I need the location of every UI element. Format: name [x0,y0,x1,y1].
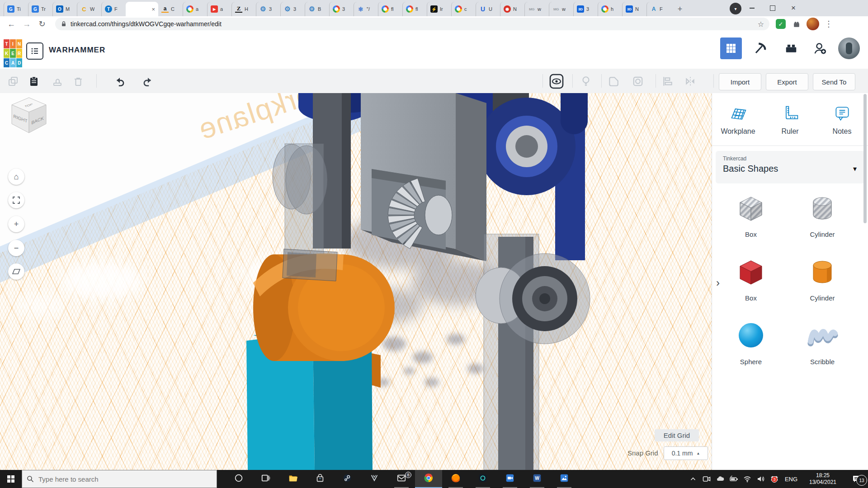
3d-viewport[interactable]: Workplane [0,93,712,470]
browser-tab-12[interactable]: ⚙B [305,2,329,16]
forward-button[interactable]: → [19,18,34,30]
shape-card-hole-box[interactable]: Box [715,191,787,238]
zoom-in-button[interactable]: + [8,216,24,232]
minecraft-button[interactable] [750,38,771,59]
maximize-button[interactable] [762,0,783,16]
export-button[interactable]: Export [766,73,808,90]
design-menu-button[interactable] [26,42,43,60]
shape-card-hole-cylinder[interactable]: Cylinder [787,191,858,238]
browser-tab-16[interactable]: fl [402,2,427,16]
tray-volume-icon[interactable] [754,470,768,488]
browser-tab-9[interactable]: ZH [231,2,256,16]
close-button[interactable]: × [783,0,804,16]
tray-onedrive-icon[interactable] [713,470,727,488]
show-all-button[interactable] [548,75,565,88]
browser-tab-25[interactable]: 3DN [622,2,646,16]
invite-people-button[interactable] [809,38,831,59]
align-button[interactable] [661,75,675,88]
zoom-out-button[interactable]: − [8,240,24,256]
mirror-button[interactable] [684,75,697,88]
tab-close-icon[interactable]: × [151,6,155,13]
bookmark-star-icon[interactable]: ☆ [758,20,764,28]
taskbar-clock[interactable]: 18:25 13/04/2021 [801,472,844,486]
browser-tab-17[interactable]: ⚡Ir [427,2,451,16]
browser-tab-4[interactable]: TF [101,2,126,16]
browser-tab-22[interactable]: MGw [549,2,573,16]
taskbar-app-store[interactable] [307,470,334,488]
language-indicator[interactable]: ENG [781,476,801,483]
tray-wifi-icon[interactable] [741,470,754,488]
address-bar[interactable]: tinkercad.com/things/dtkWOGVCgqe-warhamm… [55,18,769,30]
browser-tab-3[interactable]: CW [77,2,101,16]
browser-tab-10[interactable]: ⚙3 [256,2,280,16]
3d-model-scene[interactable] [0,93,712,470]
start-button[interactable] [0,470,22,488]
edit-grid-button[interactable]: Edit Grid [655,429,699,441]
extensions-puzzle-icon[interactable] [792,19,801,28]
snap-grid-select[interactable]: 0.1 mm ▲ [664,446,708,460]
notification-center-button[interactable]: 13 [844,470,868,488]
browser-tab-20[interactable]: ◉N [500,2,524,16]
browser-tab-2[interactable]: OM [52,2,77,16]
search-input[interactable] [38,475,202,483]
browser-tab-18[interactable]: c [451,2,476,16]
shape-collection-dropdown[interactable]: Tinkercad Basic Shapes ▾ [716,151,865,183]
taskbar-app-cortana[interactable] [225,470,252,488]
browser-profile-avatar[interactable] [807,18,819,30]
panel-tool-notes[interactable]: Notes [816,97,868,144]
paste-button[interactable] [27,75,41,88]
browser-tab-8[interactable]: ▶a [207,2,231,16]
panel-tool-workplane[interactable]: Workplane [712,97,764,144]
browser-tab-1[interactable]: GTr [28,2,52,16]
view-cube[interactable]: TOP RIGHT BACK [6,94,52,136]
taskbar-app-word[interactable]: W [524,470,551,488]
taskbar-app-firefox[interactable] [442,470,469,488]
browser-tab-19[interactable]: UU [476,2,500,16]
import-button[interactable]: Import [719,73,761,90]
taskbar-app-movies-tv[interactable] [496,470,524,488]
taskbar-search[interactable] [22,470,217,488]
browser-tab-11[interactable]: ⚙3 [280,2,305,16]
taskbar-app-mail[interactable]: 8 [388,470,415,488]
browser-tab-15[interactable]: fl [378,2,402,16]
account-avatar[interactable] [838,38,860,59]
browser-tab-23[interactable]: 3D3 [573,2,598,16]
browser-tab-0[interactable]: GTi [4,2,28,16]
shape-card-red-box[interactable]: Box [715,254,787,302]
duplicate-button[interactable] [51,75,64,88]
fit-view-button[interactable] [8,192,24,208]
browser-tab-6[interactable]: aC [158,2,183,16]
redo-button[interactable] [141,75,155,88]
browser-tab-5[interactable]: × [126,2,158,16]
browser-menu-icon[interactable]: ⋮ [821,18,836,30]
extension-check-icon[interactable]: ✓ [776,19,786,29]
taskbar-app-ea-app[interactable] [469,470,496,488]
browser-tab-7[interactable]: a [183,2,207,16]
tray-dropbox-icon[interactable]: 3 [768,470,781,488]
tinkercad-logo[interactable]: TINKERCAD [4,39,22,67]
taskbar-app-photos[interactable] [551,470,578,488]
home-view-button[interactable]: ⌂ [8,169,24,185]
taskbar-app-predator[interactable] [361,470,388,488]
hole-toggle[interactable] [631,75,645,88]
taskbar-app-steam[interactable] [334,470,361,488]
send-to-button[interactable]: Send To [813,73,855,90]
browser-tab-24[interactable]: h [598,2,622,16]
delete-button[interactable] [71,75,85,88]
dashboard-grid-button[interactable] [720,38,742,59]
copy-button[interactable] [6,75,20,88]
back-button[interactable]: ← [4,18,19,30]
shape-card-scribble[interactable]: Scribble [787,318,858,366]
shape-card-sphere[interactable]: Sphere [715,318,787,366]
minimize-button[interactable] [741,0,762,16]
browser-tab-13[interactable]: 3 [329,2,354,16]
tab-search-button[interactable]: ▾ [730,3,741,14]
tray-chevron-up-icon[interactable] [686,470,700,488]
new-tab-button[interactable]: + [674,3,686,15]
undo-button[interactable] [113,75,127,88]
shape-card-orange-cylinder[interactable]: Cylinder [787,254,858,302]
browser-tab-26[interactable]: AF [646,2,671,16]
browser-tab-14[interactable]: ✻"/ [354,2,378,16]
taskbar-app-file-explorer[interactable] [279,470,307,488]
taskbar-app-chrome[interactable] [415,470,442,488]
